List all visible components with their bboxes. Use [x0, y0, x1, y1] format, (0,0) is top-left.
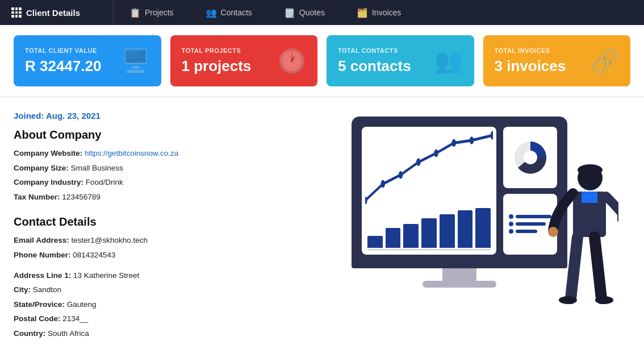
- bar-chart-area: [362, 127, 496, 255]
- main-nav: Client Details 📋 Projects 👥 Contacts 🗒️ …: [0, 0, 644, 25]
- postal-label: Postal Code:: [14, 314, 61, 323]
- country-row: Country: South Africa: [14, 327, 309, 340]
- address1-row: Address Line 1: 13 Katherine Street: [14, 269, 309, 282]
- tax-number-label: Tax Number:: [14, 193, 60, 201]
- bars-container: [367, 208, 491, 248]
- svg-point-16: [559, 296, 577, 304]
- country-value: South Africa: [48, 329, 89, 338]
- city-label: City:: [14, 285, 31, 294]
- stat-card-contacts: TOTAL CONTACTS 5 contacts 👥: [327, 35, 474, 86]
- right-column: [323, 111, 630, 349]
- state-value: Gauteng: [67, 300, 97, 309]
- phone-value: 0814324543: [73, 251, 115, 259]
- state-row: State/Provice: Gauteng: [14, 298, 309, 311]
- tab-quotes[interactable]: 🗒️ Quotes: [268, 0, 341, 25]
- bar-6: [458, 210, 473, 248]
- company-size-row: Company Size: Small Business: [14, 162, 309, 174]
- tab-projects[interactable]: 📋 Projects: [114, 0, 190, 25]
- address1-label: Address Line 1:: [14, 271, 71, 280]
- stat-cards-row: TOTAL CLIENT VALUE R 32447.20 🖥️ TOTAL P…: [0, 25, 644, 97]
- link-icon: 🔗: [591, 48, 619, 74]
- tax-number-value: 123456789: [62, 193, 101, 201]
- stat-label-client-value: TOTAL CLIENT VALUE: [25, 47, 101, 54]
- address1-value: 13 Katherine Street: [73, 271, 139, 280]
- company-website-label: Company Website:: [14, 149, 82, 157]
- stat-label-projects: TOTAL PROJECTS: [182, 47, 252, 54]
- monitor-neck: [442, 268, 476, 281]
- joined-date: Joined: Aug. 23, 2021: [14, 111, 309, 121]
- tab-contacts-label: Contacts: [221, 8, 252, 17]
- company-website-link[interactable]: https://getbitcoinsnow.co.za: [85, 149, 178, 157]
- stat-label-contacts: TOTAL CONTACTS: [338, 47, 411, 54]
- stat-label-invoices: TOTAL INVOICES: [495, 47, 566, 54]
- grid-icon: [11, 7, 22, 18]
- stat-value-projects: 1 projects: [182, 57, 252, 75]
- city-row: City: Sandton: [14, 284, 309, 296]
- email-row: Email Address: tester1@skhokho.tech: [14, 234, 309, 247]
- nav-tabs: 📋 Projects 👥 Contacts 🗒️ Quotes 🗂️ Invoi…: [114, 0, 644, 25]
- tab-projects-label: Projects: [145, 8, 174, 17]
- svg-rect-13: [582, 192, 597, 203]
- svg-point-11: [578, 164, 603, 176]
- invoices-icon: 🗂️: [357, 7, 368, 18]
- svg-point-17: [595, 296, 613, 304]
- company-size-label: Company Size:: [14, 164, 69, 172]
- bar-7: [475, 208, 491, 248]
- stat-card-projects: TOTAL PROJECTS 1 projects 🕐: [170, 35, 318, 86]
- main-content: Joined: Aug. 23, 2021 About Company Comp…: [0, 97, 644, 349]
- svg-point-6: [470, 136, 474, 144]
- person-svg: [528, 156, 618, 327]
- tab-quotes-label: Quotes: [299, 8, 325, 17]
- contact-title: Contact Details: [14, 215, 309, 228]
- contacts-icon: 👥: [206, 7, 217, 18]
- line-chart-svg: [365, 130, 493, 207]
- svg-point-3: [416, 159, 421, 167]
- monitor-icon: 🖥️: [122, 48, 150, 74]
- svg-point-14: [548, 227, 558, 237]
- svg-point-5: [452, 139, 457, 147]
- state-label: State/Provice:: [14, 300, 65, 309]
- stat-value-contacts: 5 contacts: [338, 57, 411, 75]
- svg-point-7: [491, 131, 493, 140]
- x-axis: [367, 249, 491, 250]
- svg-point-0: [365, 197, 367, 205]
- left-column: Joined: Aug. 23, 2021 About Company Comp…: [14, 111, 309, 349]
- bar-1: [367, 236, 383, 248]
- company-industry-row: Company Industry: Food/Drink: [14, 176, 309, 189]
- tab-contacts[interactable]: 👥 Contacts: [190, 0, 268, 25]
- tab-invoices-label: Invoices: [372, 8, 401, 17]
- tab-invoices[interactable]: 🗂️ Invoices: [341, 0, 417, 25]
- people-icon: 👥: [434, 48, 463, 74]
- illustration: [334, 117, 618, 327]
- clock-icon: 🕐: [278, 48, 306, 74]
- quotes-icon: 🗒️: [284, 7, 295, 18]
- city-value: Sandton: [33, 285, 61, 294]
- projects-icon: 📋: [129, 7, 141, 18]
- postal-row: Postal Code: 2134__: [14, 313, 309, 325]
- company-industry-label: Company Industry:: [14, 178, 83, 186]
- bar-4: [421, 218, 437, 248]
- brand: Client Details: [0, 0, 114, 25]
- stat-value-client-value: R 32447.20: [25, 57, 101, 75]
- company-website-row: Company Website: https://getbitcoinsnow.…: [14, 147, 309, 160]
- company-size-value: Small Business: [71, 164, 123, 172]
- stat-card-invoices: TOTAL INVOICES 3 invoices 🔗: [483, 35, 631, 86]
- bar-3: [403, 224, 419, 248]
- about-title: About Company: [14, 128, 309, 142]
- company-industry-value: Food/Drink: [86, 178, 123, 186]
- phone-label: Phone Number:: [14, 251, 71, 259]
- postal-value: 2134__: [62, 314, 88, 323]
- bar-2: [386, 228, 401, 248]
- tax-number-row: Tax Number: 123456789: [14, 191, 309, 203]
- country-label: Country:: [14, 329, 45, 338]
- brand-label: Client Details: [26, 8, 80, 18]
- stat-card-client-value: TOTAL CLIENT VALUE R 32447.20 🖥️: [14, 35, 161, 86]
- svg-point-1: [381, 180, 386, 188]
- svg-point-2: [399, 171, 403, 179]
- email-label: Email Address:: [14, 236, 69, 244]
- svg-point-4: [434, 149, 438, 157]
- phone-row: Phone Number: 0814324543: [14, 249, 309, 261]
- email-value: tester1@skhokho.tech: [72, 236, 148, 244]
- stat-value-invoices: 3 invoices: [495, 57, 566, 75]
- monitor-base: [423, 281, 496, 288]
